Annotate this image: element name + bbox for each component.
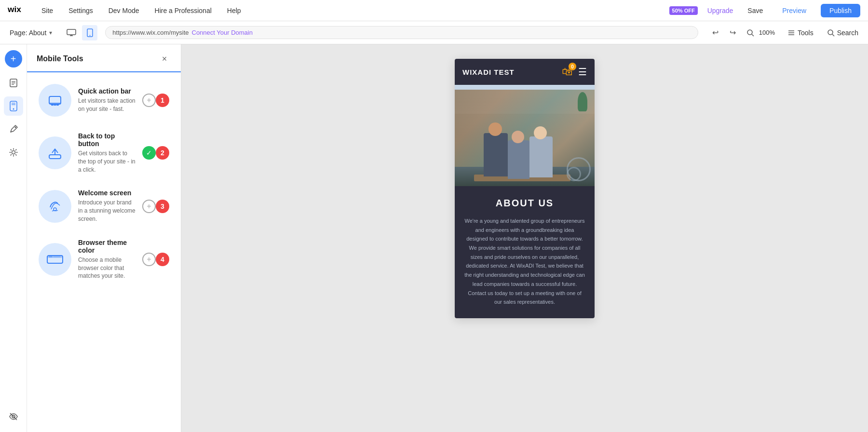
wix-logo[interactable]: wix xyxy=(8,4,27,17)
back-to-top-name: Back to top button xyxy=(78,132,136,148)
promo-badge: 50% OFF xyxy=(669,6,698,15)
browser-theme-actions: + 4 xyxy=(142,253,169,266)
left-sidebar: + xyxy=(0,44,27,432)
panel-close-button[interactable]: × xyxy=(158,52,171,66)
tools-button[interactable]: Tools xyxy=(784,27,817,39)
svg-rect-33 xyxy=(53,256,61,257)
quick-action-desc: Let visitors take action on your site - … xyxy=(78,97,136,113)
upgrade-link[interactable]: Upgrade xyxy=(707,7,733,14)
office-person3 xyxy=(529,136,553,177)
sidebar-design-icon[interactable] xyxy=(4,120,23,139)
save-button[interactable]: Save xyxy=(743,5,768,16)
back-to-top-check: ✓ xyxy=(142,146,156,160)
quick-action-add-button[interactable]: + xyxy=(142,94,156,107)
main-area: + xyxy=(0,44,868,432)
svg-text:wix: wix xyxy=(8,4,21,14)
page-label: Page: About xyxy=(10,29,46,37)
mobile-preview-frame: WIXADI TEST 🛍 0 ☰ xyxy=(455,59,595,318)
secondary-toolbar-right: ↩ ↪ 100% Tools Search xyxy=(708,25,862,40)
preview-button[interactable]: Preview xyxy=(777,5,811,16)
mobile-hero-image xyxy=(455,85,595,186)
settings-menu[interactable]: Settings xyxy=(66,5,96,16)
sidebar-hidden-icon[interactable] xyxy=(4,407,23,426)
tool-item-browser-theme[interactable]: Browser theme color Choose a mobile brow… xyxy=(35,233,173,286)
zoom-level[interactable]: 100% xyxy=(756,27,778,38)
office-scene xyxy=(455,85,595,186)
publish-button[interactable]: Publish xyxy=(821,4,860,17)
tool-item-quick-action[interactable]: Quick action bar Let visitors take actio… xyxy=(35,78,173,122)
svg-rect-27 xyxy=(49,155,61,159)
panel-header: Mobile Tools × xyxy=(27,44,181,72)
view-mode-icons xyxy=(64,25,97,40)
redo-button[interactable]: ↪ xyxy=(725,25,741,40)
quick-action-actions: + 1 xyxy=(142,94,169,107)
browser-theme-number: 4 xyxy=(156,253,169,266)
tools-icon xyxy=(787,29,795,37)
mobile-site-header: WIXADI TEST 🛍 0 ☰ xyxy=(455,59,595,85)
about-heading: ABOUT US xyxy=(464,198,585,209)
cart-badge: 0 xyxy=(569,63,576,70)
svg-line-7 xyxy=(752,34,754,36)
undo-redo-group: ↩ ↪ xyxy=(708,25,741,40)
svg-point-19 xyxy=(12,151,15,154)
cart-icon-wrap: 🛍 0 xyxy=(562,66,572,78)
back-to-top-actions: ✓ 2 xyxy=(142,146,169,160)
url-bar[interactable]: https://www.wix.com/mysite Connect Your … xyxy=(105,26,698,39)
quick-action-info: Quick action bar Let visitors take actio… xyxy=(78,87,136,113)
mobile-view-button[interactable] xyxy=(82,25,97,40)
search-button[interactable]: Search xyxy=(823,27,862,39)
browser-theme-info: Browser theme color Choose a mobile brow… xyxy=(78,239,136,280)
svg-point-6 xyxy=(747,30,752,35)
header-icons: 🛍 0 ☰ xyxy=(562,66,587,78)
welcome-screen-icon xyxy=(39,190,71,223)
canvas-area: WIXADI TEST 🛍 0 ☰ xyxy=(181,44,868,432)
tool-item-back-to-top[interactable]: Back to top button Get visitors back to … xyxy=(35,126,173,179)
url-text: https://www.wix.com/mysite xyxy=(112,29,189,36)
sidebar-pages-icon[interactable] xyxy=(4,73,23,93)
office-plant xyxy=(578,92,587,111)
desktop-view-button[interactable] xyxy=(64,25,79,40)
welcome-screen-name: Welcome screen xyxy=(78,189,136,197)
site-menu[interactable]: Site xyxy=(39,5,56,16)
zoom-icon xyxy=(746,29,754,37)
svg-rect-24 xyxy=(51,104,54,106)
tools-label: Tools xyxy=(798,29,814,37)
back-to-top-info: Back to top button Get visitors back to … xyxy=(78,132,136,174)
help-menu[interactable]: Help xyxy=(224,5,244,16)
office-person2 xyxy=(508,140,529,179)
back-to-top-desc: Get visitors back to the top of your sit… xyxy=(78,149,136,174)
svg-line-9 xyxy=(832,34,834,36)
svg-point-5 xyxy=(89,35,90,36)
search-label: Search xyxy=(837,29,858,37)
welcome-screen-add-button[interactable]: + xyxy=(142,200,156,213)
svg-rect-25 xyxy=(54,104,56,106)
back-to-top-number: 2 xyxy=(156,146,169,160)
welcome-screen-number: 3 xyxy=(156,200,169,213)
quick-action-number: 1 xyxy=(156,94,169,107)
hamburger-icon: ☰ xyxy=(578,66,587,78)
back-to-top-icon xyxy=(39,136,71,169)
sidebar-settings-icon[interactable] xyxy=(4,143,23,162)
panel-title: Mobile Tools xyxy=(37,54,83,63)
chevron-down-icon: ▾ xyxy=(49,29,52,36)
hire-menu[interactable]: Hire a Professional xyxy=(152,5,215,16)
connect-domain-link[interactable]: Connect Your Domain xyxy=(192,29,253,36)
office-person1 xyxy=(484,133,508,176)
undo-button[interactable]: ↩ xyxy=(708,25,723,40)
page-selector[interactable]: Page: About ▾ xyxy=(6,27,56,39)
browser-theme-add-button[interactable]: + xyxy=(142,253,156,266)
tool-item-welcome-screen[interactable]: Welcome screen Introduce your brand in a… xyxy=(35,183,173,229)
mobile-content-section: ABOUT US We're a young and talented grou… xyxy=(455,186,595,318)
svg-rect-1 xyxy=(67,29,76,35)
sidebar-mobile-icon[interactable] xyxy=(4,96,23,116)
quick-action-name: Quick action bar xyxy=(78,87,136,95)
svg-point-17 xyxy=(13,108,14,110)
welcome-screen-actions: + 3 xyxy=(142,200,169,213)
devmode-menu[interactable]: Dev Mode xyxy=(106,5,142,16)
browser-theme-desc: Choose a mobile browser color that match… xyxy=(78,256,136,280)
bike-wheel2 xyxy=(567,167,581,181)
welcome-screen-info: Welcome screen Introduce your brand in a… xyxy=(78,189,136,223)
add-element-button[interactable]: + xyxy=(5,50,22,68)
top-navigation: wix Site Settings Dev Mode Hire a Profes… xyxy=(0,0,868,21)
svg-rect-26 xyxy=(56,104,59,106)
